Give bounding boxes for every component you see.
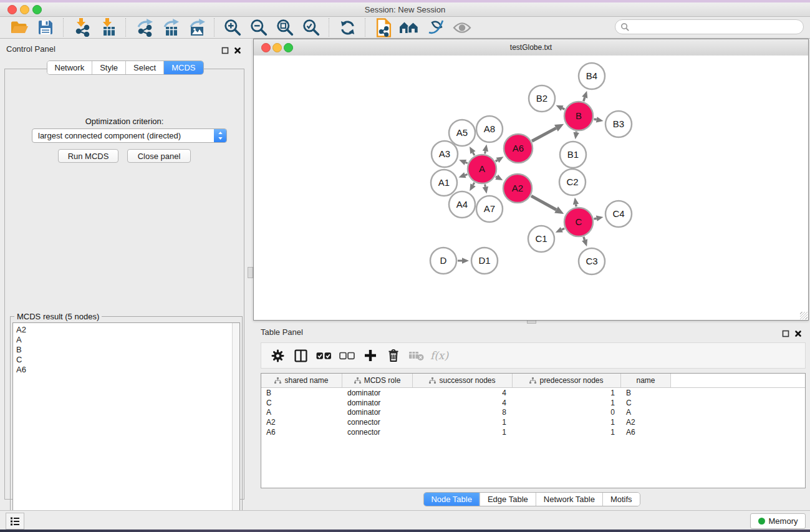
import-network-button[interactable] [69, 17, 95, 37]
tab-style[interactable]: Style [92, 61, 125, 74]
column-header-shared-name[interactable]: shared name [261, 374, 342, 387]
graph-node-D[interactable]: D [430, 248, 456, 274]
graph-edge-A-A1[interactable] [465, 174, 468, 175]
table-row[interactable]: A6connector11A6 [261, 427, 805, 437]
table-row[interactable]: Cdominator41C [261, 398, 805, 408]
graph-edge-A-A3[interactable] [465, 162, 467, 163]
zoom-selected-button[interactable] [298, 17, 324, 37]
select-all-checkbox-button[interactable] [312, 346, 335, 365]
save-session-button[interactable] [32, 17, 59, 37]
graph-edge-A-A6[interactable] [496, 160, 498, 162]
graph-edge-A-A5[interactable] [473, 153, 475, 156]
network-canvas[interactable]: AA1A2A3A4A5A6A7A8BB1B2B3B4CC1C2C3C4DD1 [254, 56, 808, 320]
first-neighbors-button[interactable] [397, 17, 423, 37]
column-header-MCDS-role[interactable]: MCDS role [342, 374, 413, 387]
graph-edge-B-B2[interactable] [562, 108, 565, 109]
tab-network-table[interactable]: Network Table [536, 493, 602, 506]
graph-node-A4[interactable]: A4 [449, 191, 475, 218]
result-list-item[interactable]: A6 [13, 365, 239, 375]
zoom-in-button[interactable] [219, 17, 246, 37]
result-list-item[interactable]: A2 [13, 325, 239, 335]
graph-edge-A-A8[interactable] [485, 151, 486, 153]
result-list-item[interactable]: A [13, 335, 239, 345]
search-field[interactable] [615, 19, 804, 34]
graph-edge-A-A4[interactable] [473, 183, 475, 185]
column-header-successor-nodes[interactable]: successor nodes [413, 374, 513, 387]
table-row[interactable]: Bdominator41B [261, 388, 805, 398]
graph-edge-B-B3[interactable] [594, 119, 596, 120]
show-all-button[interactable] [449, 17, 475, 37]
tab-motifs[interactable]: Motifs [602, 493, 640, 506]
tab-edge-table[interactable]: Edge Table [480, 493, 536, 506]
graph-edge-A2-C[interactable] [531, 196, 556, 210]
hide-selected-button[interactable] [423, 17, 449, 37]
graph-node-B4[interactable]: B4 [579, 63, 605, 89]
add-column-button[interactable] [359, 346, 382, 365]
memory-button[interactable]: Memory [750, 513, 806, 529]
search-input[interactable] [630, 22, 803, 32]
graph-node-C1[interactable]: C1 [528, 226, 554, 252]
export-image-button[interactable] [183, 17, 210, 37]
table-row[interactable]: A2connector11A2 [261, 417, 805, 427]
graph-node-C[interactable]: C [564, 208, 593, 236]
result-list-scrollbar[interactable] [232, 323, 239, 526]
graph-node-A6[interactable]: A6 [504, 134, 533, 163]
close-panel-button[interactable]: Close panel [127, 149, 191, 163]
graph-node-B1[interactable]: B1 [560, 142, 586, 168]
table-panel-close-button[interactable] [794, 329, 803, 337]
graph-edge-A6-B[interactable] [532, 128, 556, 141]
graph-node-B[interactable]: B [564, 102, 593, 130]
export-table-button[interactable] [157, 17, 183, 37]
network-window-titlebar[interactable]: testGlobe.txt [254, 39, 808, 56]
graph-edge-C-C2[interactable] [576, 205, 577, 207]
graph-node-D1[interactable]: D1 [471, 248, 498, 274]
graph-node-C4[interactable]: C4 [605, 201, 632, 227]
graph-node-A7[interactable]: A7 [476, 196, 503, 222]
run-mcds-button[interactable]: Run MCDS [58, 149, 118, 163]
graph-node-C3[interactable]: C3 [579, 248, 605, 274]
graph-node-B3[interactable]: B3 [605, 111, 632, 137]
refresh-button[interactable] [334, 17, 360, 37]
deselect-all-checkbox-button[interactable] [335, 346, 359, 365]
graph-edge-C-C3[interactable] [584, 237, 585, 240]
criterion-select[interactable]: largest connected component (directed) [32, 128, 227, 143]
graph-node-A1[interactable]: A1 [431, 170, 457, 196]
tab-node-table[interactable]: Node Table [423, 493, 480, 506]
vertical-splitter-handle[interactable] [248, 267, 253, 278]
graph-edge-A-A7[interactable] [485, 185, 486, 187]
control-panel-float-button[interactable] [221, 46, 229, 54]
graph-edge-B-B4[interactable] [584, 97, 585, 101]
column-header-name[interactable]: name [621, 374, 671, 387]
graph-node-A2[interactable]: A2 [503, 174, 532, 203]
graph-edge-A-A2[interactable] [496, 177, 497, 177]
import-table-button[interactable] [95, 17, 121, 37]
graph-node-A5[interactable]: A5 [449, 120, 475, 146]
result-list-item[interactable]: B [13, 345, 239, 355]
graph-node-A[interactable]: A [468, 155, 496, 183]
delete-column-button[interactable] [382, 346, 405, 365]
result-list-item[interactable]: C [13, 355, 239, 365]
control-panel-close-button[interactable] [234, 46, 242, 54]
columns-button[interactable] [289, 346, 312, 365]
new-network-from-selection-button[interactable] [370, 17, 397, 37]
zoom-fit-button[interactable] [272, 17, 298, 37]
graph-node-C2[interactable]: C2 [559, 169, 586, 195]
graph-node-B2[interactable]: B2 [529, 85, 555, 112]
tab-select[interactable]: Select [125, 61, 163, 74]
graph-edge-C-C4[interactable] [594, 218, 596, 219]
gear-button[interactable] [266, 346, 289, 365]
table-row[interactable]: Adominator80A [261, 407, 805, 417]
table-panel-float-button[interactable] [782, 329, 790, 337]
graph-node-A8[interactable]: A8 [476, 116, 503, 142]
graph-edge-C-C1[interactable] [562, 228, 564, 230]
tab-network[interactable]: Network [47, 61, 92, 74]
zoom-out-button[interactable] [246, 17, 272, 37]
window-resize-grip[interactable] [800, 312, 808, 319]
node-table[interactable]: shared nameMCDS rolesuccessor nodesprede… [261, 373, 806, 488]
export-network-button[interactable] [131, 17, 157, 37]
open-file-button[interactable] [6, 17, 32, 37]
graph-node-A3[interactable]: A3 [432, 141, 458, 167]
column-header-predecessor-nodes[interactable]: predecessor nodes [513, 374, 621, 387]
task-history-button[interactable] [6, 513, 24, 530]
tab-mcds[interactable]: MCDS [163, 61, 203, 74]
